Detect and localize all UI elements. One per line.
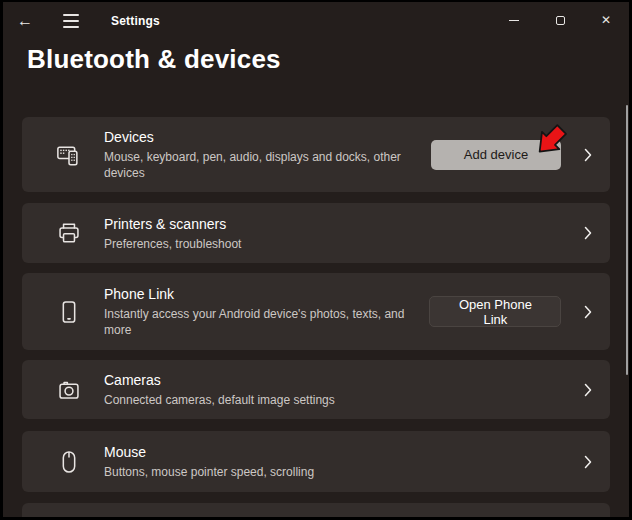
card-mouse-subtitle: Buttons, mouse pointer speed, scrolling [104, 464, 580, 480]
add-device-button[interactable]: Add device [431, 140, 561, 170]
app-title: Settings [111, 14, 160, 28]
card-phone-title: Phone Link [104, 285, 429, 304]
mouse-icon [57, 450, 81, 474]
card-printers-scanners[interactable]: Printers & scanners Preferences, trouble… [22, 203, 610, 263]
card-printers-subtitle: Preferences, troubleshoot [104, 236, 580, 252]
printer-icon [57, 221, 81, 245]
card-devices-title: Devices [104, 128, 431, 147]
open-phone-link-button[interactable]: Open Phone Link [429, 296, 561, 327]
card-cameras-text: Cameras Connected cameras, default image… [104, 371, 580, 408]
card-partial[interactable] [22, 503, 610, 517]
page-title: Bluetooth & devices [27, 44, 281, 75]
hamburger-icon [63, 14, 79, 28]
hamburger-menu-button[interactable] [55, 6, 87, 36]
card-phone-text: Phone Link Instantly access your Android… [104, 285, 429, 338]
camera-icon [57, 378, 81, 402]
devices-icon [57, 143, 81, 167]
maximize-button[interactable] [537, 2, 583, 38]
card-devices-text: Devices Mouse, keyboard, pen, audio, dis… [104, 128, 431, 181]
window-body: ← Settings ✕ Bluetooth & devices [3, 2, 629, 517]
card-devices[interactable]: Devices Mouse, keyboard, pen, audio, dis… [22, 117, 610, 192]
card-devices-subtitle: Mouse, keyboard, pen, audio, displays an… [104, 149, 431, 181]
card-mouse-title: Mouse [104, 443, 580, 462]
chevron-right-icon[interactable] [580, 148, 596, 162]
close-icon: ✕ [601, 13, 611, 27]
maximize-icon [556, 16, 565, 25]
settings-window: ← Settings ✕ Bluetooth & devices [0, 0, 632, 520]
titlebar: ← Settings ✕ [3, 2, 629, 40]
minimize-icon [509, 20, 519, 21]
scrollbar-thumb[interactable] [626, 105, 628, 375]
card-phone-subtitle: Instantly access your Android device's p… [104, 306, 429, 338]
close-button[interactable]: ✕ [583, 2, 629, 38]
card-cameras-subtitle: Connected cameras, default image setting… [104, 392, 580, 408]
card-mouse-text: Mouse Buttons, mouse pointer speed, scro… [104, 443, 580, 480]
minimize-button[interactable] [491, 2, 537, 38]
card-phone-link[interactable]: Phone Link Instantly access your Android… [22, 273, 610, 350]
phone-icon [57, 300, 81, 324]
card-mouse[interactable]: Mouse Buttons, mouse pointer speed, scro… [22, 431, 610, 492]
back-button[interactable]: ← [9, 6, 41, 36]
chevron-right-icon[interactable] [580, 455, 596, 469]
card-cameras-title: Cameras [104, 371, 580, 390]
card-printers-title: Printers & scanners [104, 215, 580, 234]
chevron-right-icon[interactable] [580, 305, 596, 319]
chevron-right-icon[interactable] [580, 226, 596, 240]
card-cameras[interactable]: Cameras Connected cameras, default image… [22, 360, 610, 419]
card-printers-text: Printers & scanners Preferences, trouble… [104, 215, 580, 252]
window-controls: ✕ [491, 2, 629, 40]
chevron-right-icon[interactable] [580, 383, 596, 397]
